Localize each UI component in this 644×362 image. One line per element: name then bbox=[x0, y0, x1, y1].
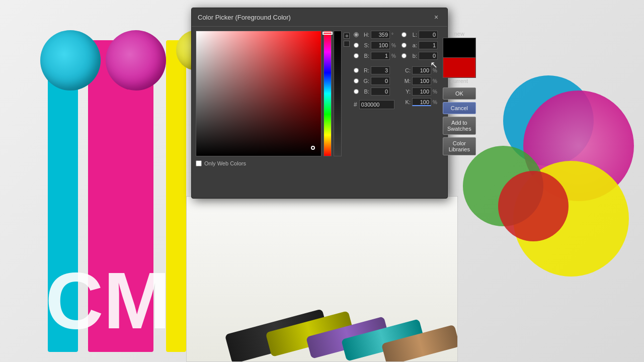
lab-a-label: a: bbox=[408, 42, 417, 48]
picker-middle-section: H: ° S: % B: bbox=[354, 31, 439, 194]
color-preview-section: new current bbox=[443, 31, 476, 85]
add-to-swatches-button[interactable]: Add to Swatches bbox=[443, 117, 476, 135]
hex-input[interactable] bbox=[359, 100, 394, 109]
lab-a-radio[interactable] bbox=[401, 43, 407, 48]
close-button[interactable]: × bbox=[431, 12, 441, 22]
hue-slider[interactable] bbox=[324, 31, 332, 156]
saturation-input[interactable] bbox=[371, 41, 390, 49]
hue-unit: ° bbox=[391, 32, 397, 38]
lab-l-radio[interactable] bbox=[401, 32, 407, 37]
brightness-unit: % bbox=[391, 53, 397, 59]
eyedropper-icon[interactable]: ⊕ bbox=[344, 33, 350, 39]
lab-b-input[interactable] bbox=[419, 52, 438, 60]
current-color-preview bbox=[443, 58, 476, 78]
new-color-label: new bbox=[443, 31, 476, 37]
hue-input[interactable] bbox=[371, 31, 390, 39]
lab-b-radio[interactable] bbox=[401, 53, 407, 58]
picker-left-section: ⊕ Only Web Colors bbox=[196, 31, 350, 194]
cmyk-c-field-row: C: % bbox=[401, 66, 439, 74]
web-colors-row: Only Web Colors bbox=[196, 160, 350, 166]
saturation-radio[interactable] bbox=[354, 43, 359, 48]
lab-l-label: L: bbox=[408, 32, 417, 38]
cmyk-y-label: Y: bbox=[401, 88, 411, 95]
saturation-field-row: S: % bbox=[354, 41, 397, 49]
brightness-input[interactable] bbox=[371, 52, 390, 60]
color-gradient-field[interactable] bbox=[196, 31, 321, 156]
saturation-label: S: bbox=[360, 42, 369, 48]
cmyk-y-input[interactable] bbox=[412, 87, 431, 96]
lab-b-field-row: b: bbox=[401, 52, 439, 60]
lab-l-field-row: L: bbox=[401, 31, 439, 39]
photo-area bbox=[186, 196, 458, 362]
red-input[interactable] bbox=[371, 66, 390, 74]
blue-radio[interactable] bbox=[354, 89, 359, 94]
hue-field-row: H: ° bbox=[354, 31, 397, 39]
cmyk-m-unit: % bbox=[433, 78, 439, 84]
warning-icon[interactable] bbox=[344, 41, 350, 47]
brightness-radio[interactable] bbox=[354, 53, 359, 58]
saturation-unit: % bbox=[391, 43, 397, 48]
alpha-slider[interactable] bbox=[334, 31, 342, 156]
color-libraries-button[interactable]: Color Libraries bbox=[443, 137, 476, 155]
only-web-colors-label: Only Web Colors bbox=[204, 160, 246, 166]
new-color-preview bbox=[443, 38, 476, 58]
cmyk-c-input[interactable] bbox=[412, 66, 431, 74]
cmyk-m-input[interactable] bbox=[412, 77, 431, 85]
green-label: G: bbox=[360, 78, 369, 84]
fields-two-columns: H: ° S: % B: bbox=[354, 31, 439, 109]
slider-icons: ⊕ bbox=[344, 31, 350, 47]
hue-label: H: bbox=[360, 32, 369, 38]
cmyk-y-unit: % bbox=[433, 89, 439, 95]
green-field-row: G: bbox=[354, 77, 397, 85]
cmyk-k-input[interactable] bbox=[412, 98, 431, 106]
lab-a-field-row: a: bbox=[401, 41, 439, 49]
brightness-field-row: B: % bbox=[354, 52, 397, 60]
cmyk-k-label: K: bbox=[401, 99, 411, 105]
hex-hash: # bbox=[354, 101, 357, 108]
green-radio[interactable] bbox=[354, 78, 359, 83]
cmyk-m-label: M: bbox=[401, 78, 411, 84]
current-color-label: current bbox=[443, 78, 476, 84]
hsb-rgb-fields: H: ° S: % B: bbox=[354, 31, 397, 109]
cmyk-m-field-row: M: % bbox=[401, 77, 439, 85]
cmyk-k-field-row: K: % bbox=[401, 98, 439, 106]
bg-splash-red bbox=[498, 171, 569, 241]
hue-radio[interactable] bbox=[354, 32, 359, 37]
lab-l-input[interactable] bbox=[419, 31, 438, 39]
red-field-row: R: bbox=[354, 66, 397, 74]
bg-circle-cyan bbox=[40, 30, 101, 90]
only-web-colors-checkbox[interactable] bbox=[196, 160, 202, 166]
brightness-label: B: bbox=[360, 53, 369, 59]
dialog-body: ⊕ Only Web Colors H: bbox=[192, 27, 447, 198]
cmyk-c-unit: % bbox=[433, 68, 439, 73]
cmyk-y-field-row: Y: % bbox=[401, 87, 439, 96]
cm-logo-text: CM bbox=[45, 254, 171, 347]
color-picker-dialog: Color Picker (Foreground Color) × bbox=[191, 8, 448, 199]
red-radio[interactable] bbox=[354, 68, 359, 73]
dialog-title: Color Picker (Foreground Color) bbox=[198, 14, 291, 21]
bg-circle-magenta bbox=[106, 30, 166, 90]
blue-input[interactable] bbox=[371, 87, 390, 96]
cmyk-c-label: C: bbox=[401, 67, 411, 73]
blue-label: B: bbox=[360, 88, 369, 95]
lab-b-label: b: bbox=[408, 53, 417, 59]
green-input[interactable] bbox=[371, 77, 390, 85]
dialog-title-bar: Color Picker (Foreground Color) × bbox=[192, 8, 447, 27]
lab-a-input[interactable] bbox=[419, 41, 438, 49]
red-label: R: bbox=[360, 67, 369, 73]
blue-field-row: B: bbox=[354, 87, 397, 96]
cancel-button[interactable]: Cancel bbox=[443, 102, 476, 114]
cmyk-k-unit: % bbox=[433, 100, 439, 105]
picker-right-section: new current OK Cancel Add to Swatches Co… bbox=[443, 31, 476, 194]
lab-cmyk-fields: L: a: b: bbox=[401, 31, 439, 109]
ok-button[interactable]: OK bbox=[443, 87, 476, 100]
hex-row: # bbox=[354, 100, 397, 109]
